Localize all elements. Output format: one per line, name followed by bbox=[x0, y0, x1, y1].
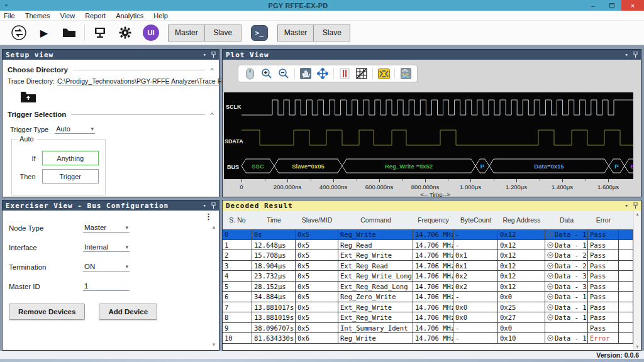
cell-command[interactable]: Ext_Reg_Write_Long bbox=[338, 271, 413, 281]
table-scrollbar[interactable]: ▲ ▼ bbox=[633, 211, 641, 350]
cell-time[interactable]: 28.152µs bbox=[252, 282, 296, 292]
close-button[interactable]: × bbox=[621, 0, 644, 11]
cell-bytecount[interactable]: - bbox=[453, 240, 498, 250]
if-condition-button[interactable]: Anything bbox=[42, 151, 99, 165]
cell-s-no[interactable]: 9 bbox=[223, 323, 252, 333]
panel-dropdown-icon[interactable]: ▾ bbox=[625, 202, 629, 209]
mouse-icon[interactable] bbox=[242, 67, 257, 80]
cell-command[interactable]: Int_Summary_Ident bbox=[338, 323, 413, 333]
zoom-out-icon[interactable] bbox=[276, 67, 291, 80]
cell-frequency[interactable]: 14.706 MHz bbox=[413, 250, 453, 260]
cell-s-no[interactable]: 4 bbox=[223, 271, 252, 281]
collapse-icon[interactable]: ^ bbox=[210, 112, 214, 118]
scroll-down-icon[interactable]: ▼ bbox=[211, 342, 216, 348]
panel-dropdown-icon[interactable]: ▾ bbox=[203, 52, 207, 58]
cell-error[interactable]: Pass bbox=[588, 271, 619, 281]
cell-error[interactable]: Error bbox=[588, 333, 619, 343]
cell-frequency[interactable]: 14.706 MHz bbox=[413, 282, 453, 292]
cell-s-no[interactable]: 3 bbox=[223, 261, 252, 271]
cell-reg-address[interactable]: 0x12 bbox=[498, 229, 545, 239]
column-header-s-no[interactable]: S. No bbox=[223, 216, 252, 224]
cell-reg-address[interactable]: 0x12 bbox=[498, 240, 545, 250]
panel-dropdown-icon[interactable]: ▾ bbox=[625, 52, 629, 58]
browse-folder-button[interactable] bbox=[20, 90, 36, 103]
signal-list-icon[interactable] bbox=[398, 67, 413, 80]
cell-bytecount[interactable]: - bbox=[453, 323, 498, 333]
cell-reg-address[interactable]: 0x12 bbox=[498, 282, 545, 292]
cell-slave-mid[interactable]: 0x5 bbox=[296, 292, 338, 302]
cell-data[interactable]: Data - 3 bbox=[545, 271, 588, 281]
cell-s-no[interactable]: 10 bbox=[223, 333, 252, 343]
cell-bytecount[interactable]: 0x1 bbox=[453, 261, 498, 271]
analyzer-slave-button[interactable]: Slave bbox=[205, 25, 242, 41]
cell-command[interactable]: Ext_Reg_Read_Long bbox=[338, 282, 413, 292]
cell-data[interactable]: Data - 1 bbox=[545, 333, 588, 343]
cell-s-no[interactable]: 0 bbox=[223, 229, 252, 239]
cell-command[interactable]: Reg_Zero_Write bbox=[338, 292, 413, 302]
cell-s-no[interactable]: 7 bbox=[223, 302, 252, 312]
cell-error[interactable]: Pass bbox=[588, 229, 619, 239]
cell-slave-mid[interactable]: 0x5 bbox=[296, 229, 338, 239]
bus-format-icon[interactable] bbox=[376, 67, 391, 80]
maximize-button[interactable] bbox=[602, 0, 621, 11]
grid-icon[interactable] bbox=[354, 67, 369, 80]
device-monitor-button[interactable] bbox=[87, 23, 113, 42]
menu-themes[interactable]: Themes bbox=[25, 12, 50, 19]
cell-bytecount[interactable]: - bbox=[453, 292, 498, 302]
cell-data[interactable]: Data - 3 bbox=[545, 282, 588, 292]
expand-data-icon[interactable] bbox=[547, 231, 553, 238]
panel-pin-icon[interactable] bbox=[211, 52, 216, 58]
play-button[interactable]: ▶ bbox=[31, 23, 57, 42]
cell-frequency[interactable]: 14.706 MHz bbox=[413, 271, 453, 281]
column-header-time[interactable]: Time bbox=[252, 216, 296, 224]
table-row[interactable]: 1081.634330s0x6Reg_Write14.706 MHz-0x10D… bbox=[223, 333, 633, 344]
cell-command[interactable]: Ext_Reg_Write bbox=[338, 250, 413, 260]
cell-s-no[interactable]: 6 bbox=[223, 292, 252, 302]
cursor-lines-icon[interactable] bbox=[337, 67, 352, 80]
cell-data[interactable] bbox=[545, 323, 588, 333]
minimize-button[interactable]: – bbox=[584, 0, 602, 11]
column-header-reg-address[interactable]: Reg Address bbox=[498, 216, 545, 224]
cell-reg-address[interactable]: 0x12 bbox=[498, 261, 545, 271]
settings-gear-button[interactable] bbox=[113, 23, 138, 42]
menu-help[interactable]: Help bbox=[153, 12, 168, 19]
cell-slave-mid[interactable]: 0x6 bbox=[296, 333, 338, 343]
cell-command[interactable]: Ext_Reg_Read bbox=[338, 261, 413, 271]
cell-time[interactable]: 15.708µs bbox=[252, 250, 296, 260]
pan-hand-icon[interactable] bbox=[298, 67, 313, 80]
cell-frequency[interactable]: 14.706 MHz bbox=[413, 229, 453, 239]
scroll-up-icon[interactable]: ▲ bbox=[635, 212, 640, 216]
add-device-button[interactable]: Add Device bbox=[99, 304, 157, 320]
fit-screen-icon[interactable] bbox=[315, 67, 330, 80]
panel-pin-icon[interactable] bbox=[633, 202, 638, 209]
then-action-button[interactable]: Trigger bbox=[42, 169, 99, 184]
expand-data-icon[interactable] bbox=[547, 293, 553, 300]
cell-data[interactable]: Data - 1 bbox=[545, 312, 588, 322]
cell-bytecount[interactable]: - bbox=[453, 229, 498, 239]
cell-error[interactable]: Pass bbox=[588, 323, 619, 333]
cell-s-no[interactable]: 5 bbox=[223, 282, 252, 292]
cell-reg-address[interactable]: 0x27 bbox=[498, 312, 545, 322]
cell-bytecount[interactable]: - bbox=[453, 333, 498, 343]
column-header-frequency[interactable]: Frequency bbox=[413, 216, 453, 224]
panel-pin-icon[interactable] bbox=[633, 52, 638, 58]
expand-data-icon[interactable] bbox=[547, 252, 553, 258]
trigger-type-select[interactable]: Auto ▾ bbox=[55, 124, 95, 134]
interface-select[interactable]: Internal▾ bbox=[83, 243, 130, 252]
cell-reg-address[interactable]: 0x0 bbox=[498, 292, 545, 302]
cell-data[interactable]: Data - 1 bbox=[545, 292, 588, 302]
cell-reg-address[interactable]: 0x10 bbox=[498, 333, 545, 343]
cell-frequency[interactable]: 14.706 MHz bbox=[413, 261, 453, 271]
cell-command[interactable]: Reg_Write bbox=[338, 229, 413, 239]
kebab-menu-icon[interactable]: ⋮ bbox=[204, 212, 213, 221]
cell-frequency[interactable]: 14.706 MHz bbox=[413, 292, 453, 302]
table-row[interactable]: 112.648µs0x5Reg_Read14.706 MHz-0x12Data … bbox=[223, 240, 633, 251]
cell-time[interactable]: 13.881019s bbox=[252, 312, 296, 322]
scroll-down-icon[interactable]: ▼ bbox=[635, 344, 640, 349]
terminal-badge[interactable]: >_ bbox=[251, 25, 268, 41]
table-row[interactable]: 215.708µs0x5Ext_Reg_Write14.706 MHz0x10x… bbox=[223, 250, 633, 261]
expand-data-icon[interactable] bbox=[547, 335, 553, 341]
table-row[interactable]: 634.884µs0x5Reg_Zero_Write14.706 MHz-0x0… bbox=[223, 292, 633, 302]
table-row[interactable]: 813.881019s0x5Ext_Reg_Write14.706 MHz0x0… bbox=[223, 312, 633, 323]
cell-data[interactable]: Data - 2 bbox=[545, 250, 588, 260]
